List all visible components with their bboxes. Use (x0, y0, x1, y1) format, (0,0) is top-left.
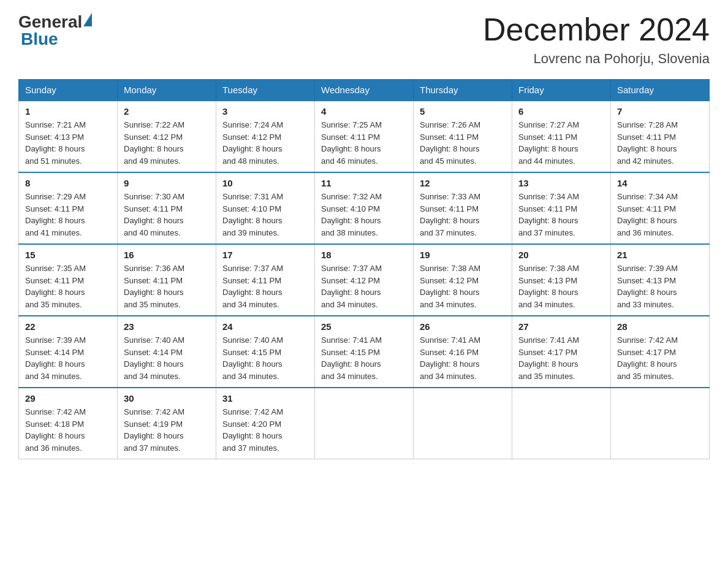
day-info: Sunrise: 7:41 AMSunset: 4:17 PMDaylight:… (518, 335, 579, 381)
calendar-cell: 1 Sunrise: 7:21 AMSunset: 4:13 PMDayligh… (19, 101, 118, 172)
day-number: 17 (222, 250, 308, 260)
day-info: Sunrise: 7:26 AMSunset: 4:11 PMDaylight:… (420, 120, 480, 166)
day-number: 28 (617, 321, 703, 332)
calendar-week-row: 15 Sunrise: 7:35 AMSunset: 4:11 PMDaylig… (19, 244, 710, 316)
day-info: Sunrise: 7:27 AMSunset: 4:11 PMDaylight:… (518, 120, 579, 166)
day-info: Sunrise: 7:21 AMSunset: 4:13 PMDaylight:… (25, 120, 86, 166)
day-number: 2 (124, 106, 210, 117)
day-info: Sunrise: 7:37 AMSunset: 4:12 PMDaylight:… (321, 264, 382, 309)
day-info: Sunrise: 7:38 AMSunset: 4:12 PMDaylight:… (420, 264, 480, 309)
calendar-week-row: 8 Sunrise: 7:29 AMSunset: 4:11 PMDayligh… (19, 172, 710, 244)
calendar-cell: 7 Sunrise: 7:28 AMSunset: 4:11 PMDayligh… (611, 101, 710, 172)
calendar-week-row: 29 Sunrise: 7:42 AMSunset: 4:18 PMDaylig… (19, 388, 710, 459)
day-number: 4 (321, 106, 407, 117)
day-number: 25 (321, 321, 407, 332)
day-number: 29 (25, 393, 111, 404)
calendar-cell (315, 388, 414, 459)
day-number: 9 (124, 178, 210, 188)
day-number: 3 (222, 106, 308, 117)
calendar-cell: 19 Sunrise: 7:38 AMSunset: 4:12 PMDaylig… (414, 244, 512, 316)
logo-triangle-icon (83, 13, 92, 26)
calendar-cell: 15 Sunrise: 7:35 AMSunset: 4:11 PMDaylig… (19, 244, 118, 316)
calendar-cell (414, 388, 512, 459)
day-info: Sunrise: 7:42 AMSunset: 4:19 PMDaylight:… (124, 407, 184, 453)
day-number: 14 (617, 178, 703, 188)
day-number: 22 (25, 321, 111, 332)
day-info: Sunrise: 7:42 AMSunset: 4:17 PMDaylight:… (617, 335, 678, 381)
calendar-cell: 12 Sunrise: 7:33 AMSunset: 4:11 PMDaylig… (414, 172, 512, 244)
day-number: 5 (420, 106, 506, 117)
calendar-cell: 13 Sunrise: 7:34 AMSunset: 4:11 PMDaylig… (512, 172, 611, 244)
calendar-subtitle: Lovrenc na Pohorju, Slovenia (483, 51, 710, 67)
calendar-cell: 18 Sunrise: 7:37 AMSunset: 4:12 PMDaylig… (315, 244, 414, 316)
calendar-cell: 24 Sunrise: 7:40 AMSunset: 4:15 PMDaylig… (216, 316, 315, 388)
calendar-cell (512, 388, 611, 459)
day-info: Sunrise: 7:42 AMSunset: 4:18 PMDaylight:… (25, 407, 86, 453)
day-number: 11 (321, 178, 407, 188)
day-number: 19 (420, 250, 506, 260)
day-number: 20 (518, 250, 604, 260)
calendar-cell: 30 Sunrise: 7:42 AMSunset: 4:19 PMDaylig… (118, 388, 216, 459)
day-info: Sunrise: 7:39 AMSunset: 4:13 PMDaylight:… (617, 264, 678, 309)
day-number: 31 (222, 393, 308, 404)
day-number: 15 (25, 250, 111, 260)
column-header-sunday: Sunday (19, 80, 118, 101)
column-header-thursday: Thursday (414, 80, 512, 101)
day-info: Sunrise: 7:40 AMSunset: 4:14 PMDaylight:… (124, 335, 184, 381)
calendar-header-row: SundayMondayTuesdayWednesdayThursdayFrid… (19, 80, 710, 101)
day-info: Sunrise: 7:40 AMSunset: 4:15 PMDaylight:… (222, 335, 283, 381)
day-number: 24 (222, 321, 308, 332)
day-number: 23 (124, 321, 210, 332)
day-info: Sunrise: 7:34 AMSunset: 4:11 PMDaylight:… (617, 192, 678, 237)
day-info: Sunrise: 7:25 AMSunset: 4:11 PMDaylight:… (321, 120, 382, 166)
calendar-cell: 29 Sunrise: 7:42 AMSunset: 4:18 PMDaylig… (19, 388, 118, 459)
column-header-wednesday: Wednesday (315, 80, 414, 101)
calendar-cell: 9 Sunrise: 7:30 AMSunset: 4:11 PMDayligh… (118, 172, 216, 244)
day-info: Sunrise: 7:34 AMSunset: 4:11 PMDaylight:… (518, 192, 579, 237)
calendar-week-row: 22 Sunrise: 7:39 AMSunset: 4:14 PMDaylig… (19, 316, 710, 388)
day-number: 21 (617, 250, 703, 260)
day-number: 1 (25, 106, 111, 117)
calendar-cell: 25 Sunrise: 7:41 AMSunset: 4:15 PMDaylig… (315, 316, 414, 388)
calendar-cell: 17 Sunrise: 7:37 AMSunset: 4:11 PMDaylig… (216, 244, 315, 316)
day-info: Sunrise: 7:22 AMSunset: 4:12 PMDaylight:… (124, 120, 184, 166)
calendar-cell: 28 Sunrise: 7:42 AMSunset: 4:17 PMDaylig… (611, 316, 710, 388)
day-info: Sunrise: 7:30 AMSunset: 4:11 PMDaylight:… (124, 192, 184, 237)
column-header-monday: Monday (118, 80, 216, 101)
day-number: 18 (321, 250, 407, 260)
day-info: Sunrise: 7:31 AMSunset: 4:10 PMDaylight:… (222, 192, 283, 237)
day-info: Sunrise: 7:29 AMSunset: 4:11 PMDaylight:… (25, 192, 86, 237)
calendar-cell: 8 Sunrise: 7:29 AMSunset: 4:11 PMDayligh… (19, 172, 118, 244)
calendar-week-row: 1 Sunrise: 7:21 AMSunset: 4:13 PMDayligh… (19, 101, 710, 172)
calendar-cell: 3 Sunrise: 7:24 AMSunset: 4:12 PMDayligh… (216, 101, 315, 172)
day-info: Sunrise: 7:32 AMSunset: 4:10 PMDaylight:… (321, 192, 382, 237)
day-info: Sunrise: 7:33 AMSunset: 4:11 PMDaylight:… (420, 192, 480, 237)
day-number: 13 (518, 178, 604, 188)
column-header-tuesday: Tuesday (216, 80, 315, 101)
calendar-cell: 27 Sunrise: 7:41 AMSunset: 4:17 PMDaylig… (512, 316, 611, 388)
calendar-title: December 2024 (483, 12, 710, 47)
day-number: 6 (518, 106, 604, 117)
column-header-saturday: Saturday (611, 80, 710, 101)
title-section: December 2024 Lovrenc na Pohorju, Sloven… (483, 12, 710, 67)
day-number: 30 (124, 393, 210, 404)
day-number: 12 (420, 178, 506, 188)
calendar-cell: 20 Sunrise: 7:38 AMSunset: 4:13 PMDaylig… (512, 244, 611, 316)
logo-blue: Blue (21, 29, 92, 49)
day-info: Sunrise: 7:36 AMSunset: 4:11 PMDaylight:… (124, 264, 184, 309)
day-info: Sunrise: 7:41 AMSunset: 4:15 PMDaylight:… (321, 335, 382, 381)
calendar-table: SundayMondayTuesdayWednesdayThursdayFrid… (18, 79, 710, 459)
day-info: Sunrise: 7:24 AMSunset: 4:12 PMDaylight:… (222, 120, 283, 166)
calendar-cell: 22 Sunrise: 7:39 AMSunset: 4:14 PMDaylig… (19, 316, 118, 388)
day-info: Sunrise: 7:37 AMSunset: 4:11 PMDaylight:… (222, 264, 283, 309)
day-info: Sunrise: 7:42 AMSunset: 4:20 PMDaylight:… (222, 407, 283, 453)
calendar-cell: 21 Sunrise: 7:39 AMSunset: 4:13 PMDaylig… (611, 244, 710, 316)
day-info: Sunrise: 7:35 AMSunset: 4:11 PMDaylight:… (25, 264, 86, 309)
calendar-cell: 5 Sunrise: 7:26 AMSunset: 4:11 PMDayligh… (414, 101, 512, 172)
day-number: 7 (617, 106, 703, 117)
calendar-cell (611, 388, 710, 459)
calendar-cell: 23 Sunrise: 7:40 AMSunset: 4:14 PMDaylig… (118, 316, 216, 388)
calendar-cell: 4 Sunrise: 7:25 AMSunset: 4:11 PMDayligh… (315, 101, 414, 172)
calendar-cell: 16 Sunrise: 7:36 AMSunset: 4:11 PMDaylig… (118, 244, 216, 316)
day-number: 26 (420, 321, 506, 332)
